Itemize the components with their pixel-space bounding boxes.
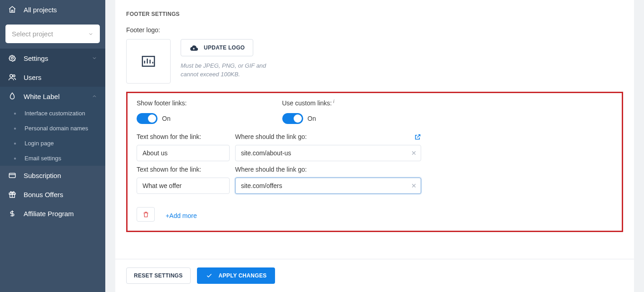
use-custom-links-label: Use custom links: <box>282 99 332 107</box>
sidebar-item-bonus[interactable]: Bonus Offers <box>0 185 105 204</box>
gear-icon <box>8 54 16 62</box>
trash-icon <box>143 211 149 218</box>
link-url-label: Where should the link go: <box>235 166 421 173</box>
sidebar-item-all-projects[interactable]: All projects <box>0 0 105 19</box>
bullet-icon: ● <box>14 126 16 131</box>
clear-icon[interactable]: ✕ <box>411 149 417 157</box>
project-select-placeholder: Select project <box>12 30 53 38</box>
sidebar-item-subscription[interactable]: Subscription <box>0 166 105 185</box>
sidebar-item-white-label[interactable]: White Label <box>0 87 105 106</box>
sidebar-item-label: All projects <box>24 6 57 14</box>
sidebar-sub-label: Personal domain names <box>25 125 88 132</box>
external-link-icon[interactable] <box>414 134 421 140</box>
bullet-icon: ● <box>14 156 16 161</box>
footer-logo-label: Footer logo: <box>126 26 623 34</box>
users-icon <box>8 73 16 81</box>
svg-point-1 <box>10 74 13 77</box>
chevron-down-icon <box>88 31 93 37</box>
logo-hint: Must be JPEG, PNG, or GIF and cannot exc… <box>181 62 285 79</box>
sidebar-item-affiliate[interactable]: Affiliate Program <box>0 204 105 223</box>
link-text-label: Text shown for the link: <box>137 133 230 140</box>
sidebar-sub-label: Interface customization <box>25 110 85 117</box>
update-logo-button[interactable]: UPDATE LOGO <box>181 39 253 56</box>
highlighted-section: Show footer links: On Use custom links:i… <box>126 92 623 232</box>
cloud-upload-icon <box>189 44 198 51</box>
sidebar-sub-label: Login page <box>25 140 54 147</box>
reset-settings-button[interactable]: RESET SETTINGS <box>126 267 191 284</box>
sidebar-item-label: Users <box>24 74 41 81</box>
home-icon <box>8 5 16 14</box>
sidebar-sub-email[interactable]: ●Email settings <box>0 151 105 166</box>
sidebar-item-users[interactable]: Users <box>0 68 105 87</box>
sidebar-item-label: White Label <box>24 93 59 100</box>
link-url-label: Where should the link go: <box>235 133 307 140</box>
svg-rect-3 <box>9 173 15 178</box>
section-title: FOOTER SETTINGS <box>126 11 623 17</box>
toggle-state-text: On <box>308 115 316 122</box>
svg-point-2 <box>13 75 15 77</box>
info-icon[interactable]: i <box>333 99 334 104</box>
chevron-up-icon <box>92 94 97 99</box>
chevron-down-icon <box>92 55 97 61</box>
bullet-icon: ● <box>14 111 16 116</box>
apply-changes-label: APPLY CHANGES <box>219 272 267 279</box>
bullet-icon: ● <box>14 141 16 146</box>
link-text-label: Text shown for the link: <box>137 166 230 173</box>
toggle-state-text: On <box>162 115 171 122</box>
action-bar: RESET SETTINGS APPLY CHANGES <box>115 259 634 292</box>
clear-icon[interactable]: ✕ <box>411 182 417 189</box>
sidebar-item-label: Settings <box>24 54 48 62</box>
card-icon <box>8 171 16 179</box>
add-more-link[interactable]: +Add more <box>157 212 197 219</box>
dollar-icon <box>8 209 16 218</box>
svg-point-0 <box>11 57 14 59</box>
sidebar-item-label: Bonus Offers <box>24 191 63 198</box>
check-icon <box>205 272 213 279</box>
sidebar-sub-domains[interactable]: ●Personal domain names <box>0 121 105 136</box>
link-url-input-1[interactable] <box>235 178 421 194</box>
footer-logo-preview <box>126 39 171 84</box>
link-text-input-0[interactable] <box>137 145 230 161</box>
sidebar-item-label: Affiliate Program <box>24 210 74 218</box>
link-url-input-0[interactable] <box>235 145 421 161</box>
sidebar: All projects Select project Settings Use… <box>0 0 105 292</box>
sidebar-item-label: Subscription <box>24 172 61 179</box>
sidebar-sub-interface[interactable]: ●Interface customization <box>0 106 105 121</box>
chart-placeholder-icon <box>142 56 155 67</box>
droplet-icon <box>8 92 16 100</box>
delete-link-button[interactable] <box>137 207 155 222</box>
sidebar-sub-login[interactable]: ●Login page <box>0 136 105 151</box>
sidebar-item-settings[interactable]: Settings <box>0 49 105 68</box>
show-footer-links-toggle[interactable] <box>137 113 157 124</box>
main-content: FOOTER SETTINGS Footer logo: UPDATE LOGO… <box>105 0 644 292</box>
update-logo-label: UPDATE LOGO <box>204 45 245 51</box>
apply-changes-button[interactable]: APPLY CHANGES <box>197 267 275 284</box>
gift-icon <box>8 190 16 198</box>
use-custom-links-toggle[interactable] <box>282 113 303 124</box>
link-text-input-1[interactable] <box>137 178 230 194</box>
show-footer-links-label: Show footer links: <box>137 99 187 107</box>
project-select[interactable]: Select project <box>5 25 100 43</box>
sidebar-sub-label: Email settings <box>25 155 61 162</box>
